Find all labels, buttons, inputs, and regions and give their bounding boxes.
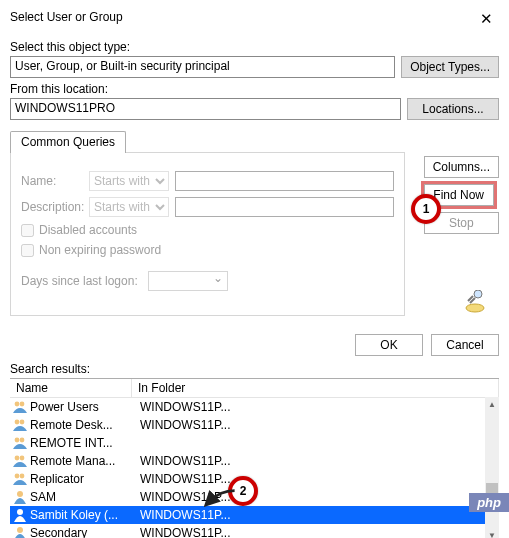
results-scrollbar[interactable]: ▲ ▼: [485, 397, 499, 538]
label-non-expiring: Non expiring password: [39, 243, 161, 257]
dialog-content: Select this object type: User, Group, or…: [0, 34, 509, 538]
svg-point-8: [15, 474, 20, 479]
svg-point-0: [15, 402, 20, 407]
label-disabled-accounts: Disabled accounts: [39, 223, 137, 237]
svg-point-9: [20, 474, 25, 479]
group-icon: [12, 453, 28, 469]
svg-point-2: [15, 420, 20, 425]
days-since-logon-select[interactable]: [148, 271, 228, 291]
user-icon: [12, 507, 28, 523]
row-folder: WINDOWS11P...: [134, 454, 499, 468]
search-icon: [465, 290, 495, 314]
scrollbar-up-icon[interactable]: ▲: [485, 397, 499, 411]
group-icon: [12, 417, 28, 433]
row-name: Remote Desk...: [30, 418, 134, 432]
from-location-field[interactable]: WINDOWS11PRO: [10, 98, 401, 120]
row-folder: WINDOWS11P...: [134, 400, 499, 414]
row-name: Remote Mana...: [30, 454, 134, 468]
description-match-select[interactable]: Starts with: [89, 197, 169, 217]
row-name: Power Users: [30, 400, 134, 414]
row-folder: WINDOWS11P...: [134, 490, 499, 504]
callout-2-label: 2: [240, 484, 247, 498]
row-name: Sambit Koley (...: [30, 508, 134, 522]
row-name: Replicator: [30, 472, 134, 486]
titlebar: Select User or Group ✕: [0, 0, 509, 34]
svg-point-11: [17, 509, 23, 515]
row-folder: WINDOWS11P...: [134, 526, 499, 538]
table-row[interactable]: SecondaryWINDOWS11P...: [10, 524, 499, 538]
svg-point-3: [20, 420, 25, 425]
row-folder: WINDOWS11P...: [134, 508, 499, 522]
label-days-since-logon: Days since last logon:: [21, 274, 138, 288]
row-folder: WINDOWS11P...: [134, 472, 499, 486]
svg-point-1: [20, 402, 25, 407]
disabled-accounts-checkbox[interactable]: [21, 224, 34, 237]
row-name: Secondary: [30, 526, 134, 538]
svg-point-10: [17, 491, 23, 497]
tab-common-queries[interactable]: Common Queries: [10, 131, 126, 153]
label-from-location: From this location:: [10, 82, 499, 96]
svg-point-14: [474, 290, 482, 298]
table-row[interactable]: Remote Desk...WINDOWS11P...: [10, 416, 499, 434]
row-folder: WINDOWS11P...: [134, 418, 499, 432]
cancel-button[interactable]: Cancel: [431, 334, 499, 356]
results-list: Name In Folder Power UsersWINDOWS11P...R…: [10, 378, 499, 538]
window-title: Select User or Group: [10, 10, 123, 24]
locations-button[interactable]: Locations...: [407, 98, 499, 120]
group-icon: [12, 399, 28, 415]
user-icon: [12, 489, 28, 505]
common-queries-panel: Name: Starts with Description: Starts wi…: [10, 152, 405, 316]
column-header-name[interactable]: Name: [10, 379, 132, 397]
group-icon: [12, 435, 28, 451]
label-description: Description:: [21, 200, 89, 214]
results-header: Name In Folder: [10, 379, 499, 398]
name-input[interactable]: [175, 171, 394, 191]
user-icon: [12, 525, 28, 538]
svg-point-13: [466, 304, 484, 312]
svg-point-5: [20, 438, 25, 443]
svg-point-7: [20, 456, 25, 461]
callout-2-arrow-icon: [204, 484, 240, 508]
ok-button[interactable]: OK: [355, 334, 423, 356]
callout-1: 1: [411, 194, 441, 224]
queries-tabstrip: Common Queries: [10, 130, 499, 152]
table-row[interactable]: REMOTE INT...: [10, 434, 499, 452]
object-type-field[interactable]: User, Group, or Built-in security princi…: [10, 56, 395, 78]
svg-point-4: [15, 438, 20, 443]
group-icon: [12, 471, 28, 487]
label-object-type: Select this object type:: [10, 40, 499, 54]
row-name: SAM: [30, 490, 134, 504]
table-row[interactable]: Sambit Koley (...WINDOWS11P...: [10, 506, 499, 524]
scrollbar-down-icon[interactable]: ▼: [485, 528, 499, 538]
name-match-select[interactable]: Starts with: [89, 171, 169, 191]
table-row[interactable]: Power UsersWINDOWS11P...: [10, 398, 499, 416]
svg-point-12: [17, 527, 23, 533]
svg-point-6: [15, 456, 20, 461]
description-input[interactable]: [175, 197, 394, 217]
label-search-results: Search results:: [10, 362, 499, 376]
column-header-in-folder[interactable]: In Folder: [132, 379, 499, 397]
table-row[interactable]: Remote Mana...WINDOWS11P...: [10, 452, 499, 470]
object-types-button[interactable]: Object Types...: [401, 56, 499, 78]
callout-1-label: 1: [423, 202, 430, 216]
close-icon[interactable]: ✕: [472, 10, 501, 28]
php-badge: php: [469, 493, 509, 512]
non-expiring-checkbox[interactable]: [21, 244, 34, 257]
row-name: REMOTE INT...: [30, 436, 134, 450]
columns-button[interactable]: Columns...: [424, 156, 499, 178]
label-name: Name:: [21, 174, 89, 188]
